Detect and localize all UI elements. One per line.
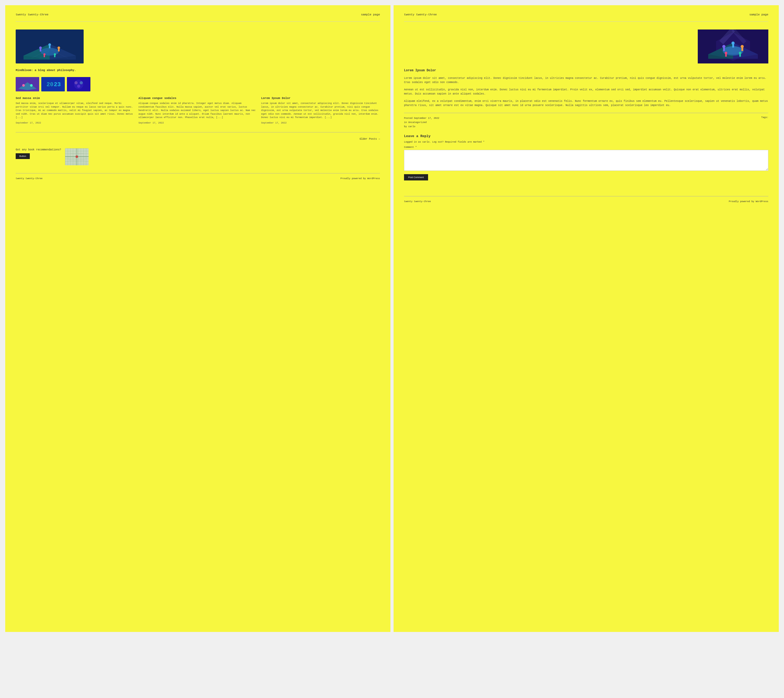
article-title: Lorem Ipsum Dolor [404, 69, 768, 72]
svg-point-48 [725, 52, 727, 54]
post-3-excerpt: Lorem ipsum dolor sit amet, consectetur … [261, 102, 380, 120]
article-hero-image [698, 30, 768, 63]
svg-text:23: 23 [54, 81, 61, 88]
post-meta: Posted September 17, 2022 in Uncategoriz… [404, 113, 768, 129]
posts-grid: Sed massa enim Sed massa enim, scelerisq… [16, 97, 380, 124]
right-footer-title: twenty twenty-three [404, 200, 431, 203]
svg-rect-12 [44, 55, 45, 57]
widget-question: Got any book recommendations? [16, 148, 61, 151]
left-footer: twenty twenty-three Proudly powered by W… [16, 173, 380, 180]
svg-point-11 [43, 53, 45, 55]
widget-area: Got any book recommendations? Button [16, 148, 380, 165]
left-footer-powered: Proudly powered by WordPress [340, 177, 380, 180]
post-2-excerpt: Aliquam congue sodales enim id pharetra.… [139, 102, 257, 120]
svg-text:20: 20 [46, 81, 53, 88]
post-1-excerpt: Sed massa enim, scelerisque et ullamcorp… [16, 102, 135, 120]
tags-label: Tags: [761, 116, 768, 119]
svg-rect-45 [741, 48, 743, 51]
svg-rect-10 [49, 46, 50, 48]
svg-point-32 [76, 155, 78, 158]
svg-rect-6 [40, 49, 41, 51]
post-date: Posted September 17, 2022 [404, 117, 439, 120]
article-para-2: Aenean ut est sollicitudin, gravida nisl… [404, 88, 768, 96]
post-col-1: Sed massa enim Sed massa enim, scelerisq… [16, 97, 135, 124]
svg-rect-14 [54, 55, 55, 57]
post-col-2: Aliquam congue sodales Aliquam congue so… [139, 97, 257, 124]
svg-point-5 [39, 46, 42, 49]
svg-point-42 [722, 45, 725, 48]
right-nav-link[interactable]: sample page [749, 13, 768, 16]
svg-rect-8 [58, 49, 59, 51]
left-site-title: twenty twenty-three [16, 13, 48, 16]
post-2-title[interactable]: Aliquam congue sodales [139, 97, 257, 100]
post-category[interactable]: in Uncategorized [404, 121, 426, 124]
article-para-3: Aliquam eleifend, ex a volutpat condimen… [404, 99, 768, 108]
map-placeholder [65, 148, 89, 165]
hero-image [16, 30, 84, 63]
svg-point-50 [739, 52, 741, 54]
right-footer-powered: Proudly powered by WordPress [729, 200, 768, 203]
pagination: Older Posts → [16, 138, 380, 140]
post-author: by carlo [404, 125, 415, 128]
left-nav-link[interactable]: sample page [361, 13, 380, 16]
svg-point-21 [30, 84, 33, 87]
svg-rect-47 [732, 44, 734, 48]
left-header: twenty twenty-three sample page [16, 13, 380, 22]
svg-point-46 [731, 41, 734, 44]
svg-rect-49 [725, 54, 727, 57]
right-page: twenty twenty-three sample page [394, 5, 779, 632]
hero-image-container [16, 30, 380, 63]
comment-label: Comment * [404, 146, 768, 148]
svg-point-7 [58, 46, 60, 49]
left-footer-title: twenty twenty-three [16, 177, 43, 180]
leave-reply-section: Leave a Reply Logged in as carlo. Log ou… [404, 134, 768, 180]
svg-point-27 [74, 81, 78, 84]
article-body: Lorem ipsum dolor sit amet, consectetur … [404, 76, 768, 108]
comment-textarea[interactable] [404, 150, 768, 171]
tagline: Mindbloom: a blog about philosophy. [16, 69, 380, 72]
thumb-2: 20 23 [41, 77, 65, 91]
svg-point-20 [22, 84, 25, 87]
thumb-3 [67, 77, 91, 91]
leave-reply-title: Leave a Reply [404, 134, 768, 138]
post-3-date: September 17, 2022 [261, 122, 380, 124]
post-2-date: September 17, 2022 [139, 122, 257, 124]
svg-rect-43 [723, 48, 725, 51]
svg-point-29 [77, 85, 80, 88]
right-header: twenty twenty-three sample page [404, 13, 768, 22]
post-meta-right: Tags: [761, 116, 768, 119]
svg-point-4 [41, 48, 59, 56]
post-1-date: September 17, 2022 [16, 122, 135, 124]
post-meta-left: Posted September 17, 2022 in Uncategoriz… [404, 116, 439, 129]
logged-in-note: Logged in as carlo. Log out? Required fi… [404, 141, 768, 143]
post-1-title[interactable]: Sed massa enim [16, 97, 135, 100]
post-3-title[interactable]: Lorem Ipsum Dolor [261, 97, 380, 100]
svg-point-9 [48, 43, 51, 46]
svg-rect-51 [739, 54, 741, 57]
widget-content: Got any book recommendations? Button [16, 148, 61, 159]
widget-button[interactable]: Button [16, 153, 30, 159]
right-site-title: twenty twenty-three [404, 13, 437, 16]
svg-point-28 [80, 81, 83, 84]
post-col-3: Lorem Ipsum Dolor Lorem ipsum dolor sit … [261, 97, 380, 124]
svg-point-44 [741, 45, 744, 48]
svg-point-13 [54, 53, 56, 55]
right-footer: twenty twenty-three Proudly powered by W… [404, 196, 768, 203]
post-comment-button[interactable]: Post Comment [404, 174, 428, 180]
older-posts-link[interactable]: Older Posts → [360, 138, 380, 140]
left-page: twenty twenty-three sample page [5, 5, 390, 632]
thumb-1 [16, 77, 39, 91]
post-thumbnails: 20 23 [16, 77, 380, 91]
article-para-1: Lorem ipsum dolor sit amet, consectetur … [404, 76, 768, 85]
